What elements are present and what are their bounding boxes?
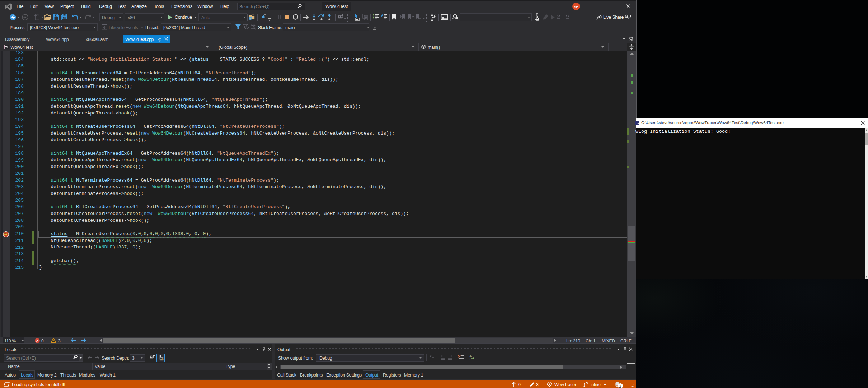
svg-text:ab: ab <box>160 357 163 361</box>
svg-text:c: c <box>469 357 470 361</box>
